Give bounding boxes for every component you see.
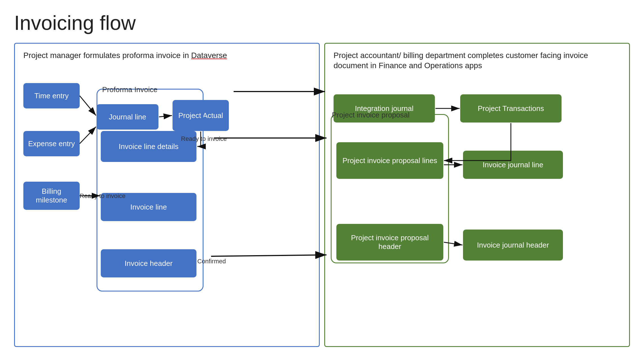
- billing-milestone-box: Billing milestone: [23, 182, 80, 210]
- proposal-header-box: Project invoice proposal header: [336, 224, 443, 261]
- svg-line-2: [80, 127, 96, 144]
- confirmed-label: Confirmed: [197, 258, 226, 265]
- ready-to-invoice-label-2: Ready to invoice: [80, 192, 126, 200]
- right-panel-title: Project accountant/ billing department c…: [334, 50, 621, 71]
- expense-entry-box: Expense entry: [23, 131, 80, 156]
- invoice-journal-header-box: Invoice journal header: [463, 230, 563, 261]
- proforma-label: Proforma Invoice: [102, 85, 158, 94]
- left-panel: Project manager formulates proforma invo…: [14, 43, 320, 347]
- ready-to-invoice-label-1: Ready to invoice: [181, 135, 227, 143]
- project-transactions-box: Project Transactions: [460, 94, 562, 123]
- right-panel: Project accountant/ billing department c…: [324, 43, 630, 347]
- proposal-lines-box: Project invoice proposal lines: [336, 142, 443, 179]
- svg-line-1: [80, 96, 96, 115]
- invoice-header-box: Invoice header: [101, 249, 196, 277]
- page-title: Invoicing flow: [14, 11, 630, 34]
- invoice-journal-line-box: Invoice journal line: [463, 151, 563, 179]
- proposal-label: Project invoice proposal: [332, 111, 410, 119]
- time-entry-box: Time entry: [23, 83, 80, 108]
- left-panel-title: Project manager formulates proforma invo…: [23, 50, 310, 61]
